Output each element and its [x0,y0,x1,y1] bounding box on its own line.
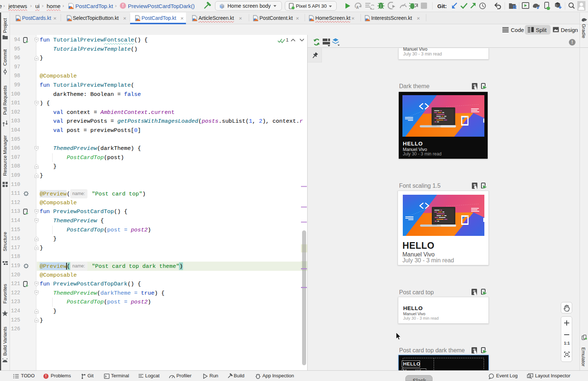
svg-text:A: A [356,6,359,10]
